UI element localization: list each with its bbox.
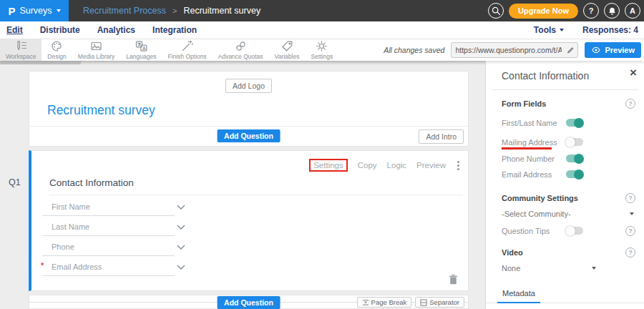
required-marker: * <box>41 261 44 270</box>
surveys-app-menu[interactable]: P Surveys <box>0 0 69 21</box>
toggle-row-phone-number: Phone Number <box>502 154 635 165</box>
chevron-down-icon[interactable] <box>177 245 185 250</box>
survey-title[interactable]: Recruitment survey <box>47 103 468 117</box>
annotation-red-underline <box>502 147 552 149</box>
toolbar-item-workspace[interactable]: Workspace <box>0 39 42 61</box>
top-bar: P Surveys Recruitment Process > Recruitm… <box>0 0 644 21</box>
question-preview-button[interactable]: Preview <box>416 161 446 170</box>
search-button[interactable] <box>488 3 504 19</box>
field-last-name[interactable]: Last Name <box>42 216 175 236</box>
chevron-down-icon <box>57 9 61 12</box>
preview-button[interactable]: Preview <box>585 42 641 58</box>
dropdown-caret-icon[interactable] <box>630 212 634 215</box>
community-select[interactable]: -Select Community- <box>502 210 571 218</box>
first-last-name-toggle[interactable] <box>566 119 583 127</box>
help-icon[interactable]: ? <box>625 193 635 203</box>
tools-label: Tools <box>534 25 556 35</box>
responses-count[interactable]: Responses: 4 <box>582 25 638 35</box>
topbar-actions: Upgrade Now ? A <box>488 3 644 19</box>
page-break-button[interactable]: Page Break <box>357 297 412 308</box>
bar-right-buttons: Page Break Separator <box>357 297 464 308</box>
toolbar-item-languages[interactable]: A Languages <box>120 39 162 61</box>
toggle-label: Phone Number <box>502 154 555 163</box>
question-tips-toggle[interactable] <box>566 227 583 235</box>
workspace-icon <box>15 40 27 52</box>
add-intro-button[interactable]: Add Intro <box>419 129 464 144</box>
toolbar-item-variables[interactable]: Variables <box>269 39 306 61</box>
add-question-button-bottom[interactable]: Add Question <box>217 296 280 309</box>
help-icon[interactable]: ? <box>625 247 635 258</box>
add-logo-row: Add Logo <box>29 72 468 93</box>
delete-question-button[interactable] <box>449 274 458 285</box>
panel-tab-bar: Metadata <box>486 285 644 303</box>
image-icon <box>90 40 102 52</box>
survey-nav: Edit Distribute Analytics Integration To… <box>0 21 644 39</box>
field-email-address[interactable]: * Email Address <box>42 256 175 276</box>
question-settings-button[interactable]: Settings <box>309 159 348 172</box>
video-heading: Video ? <box>502 248 635 258</box>
tools-menu[interactable]: Tools <box>534 25 564 35</box>
survey-url-input[interactable] <box>452 46 563 54</box>
question-tips-label: Question Tips <box>502 227 550 235</box>
email-address-toggle[interactable] <box>566 170 583 178</box>
gear-icon <box>316 40 328 52</box>
field-first-name[interactable]: First Name <box>42 196 175 216</box>
toggle-label: Email Address <box>502 170 552 179</box>
toggle-row-email-address: Email Address <box>502 170 635 180</box>
save-status: All changes saved <box>384 46 444 54</box>
questionpro-logo: P <box>8 6 15 16</box>
question-number: Q1 <box>9 177 21 187</box>
mailing-address-toggle[interactable] <box>566 138 583 146</box>
video-select[interactable]: None <box>502 264 520 273</box>
toolbar-item-design[interactable]: Design <box>42 39 72 61</box>
breadcrumb-folder[interactable]: Recruitment Process <box>83 6 166 16</box>
question-logic-button[interactable]: Logic <box>387 161 407 170</box>
panel-divider <box>492 89 638 90</box>
question-more-menu[interactable] <box>456 160 461 172</box>
app-menu-label: Surveys <box>19 6 52 16</box>
chevron-down-icon[interactable] <box>177 205 185 210</box>
horizontal-scrollbar-thumb[interactable] <box>0 61 81 64</box>
toolbar-item-settings[interactable]: Settings <box>305 39 338 61</box>
toolbar-item-finish-options[interactable]: Finish Options <box>162 39 212 61</box>
tab-edit[interactable]: Edit <box>6 25 23 35</box>
dropdown-caret-icon[interactable] <box>592 267 596 270</box>
add-logo-button[interactable]: Add Logo <box>225 79 272 93</box>
close-icon[interactable]: × <box>630 67 637 79</box>
chevron-down-icon[interactable] <box>177 225 185 230</box>
palette-icon <box>51 40 63 52</box>
tab-distribute[interactable]: Distribute <box>40 25 80 35</box>
upgrade-now-button[interactable]: Upgrade Now <box>509 4 578 19</box>
phone-number-toggle[interactable] <box>566 154 583 162</box>
separator-label: Separator <box>429 298 459 306</box>
contact-fields: First Name Last Name Phone * Email Addre… <box>42 195 468 276</box>
toolbar-right: All changes saved Preview <box>384 39 644 61</box>
field-phone[interactable]: Phone <box>42 236 175 256</box>
add-question-button-top[interactable]: Add Question <box>217 129 280 142</box>
toolbar-label: Finish Options <box>167 53 206 60</box>
breadcrumb: Recruitment Process > Recruitment survey <box>83 6 260 16</box>
tab-metadata[interactable]: Metadata <box>497 285 540 303</box>
help-icon[interactable]: ? <box>625 226 635 236</box>
separator-button[interactable]: Separator <box>415 297 464 308</box>
question-copy-button[interactable]: Copy <box>358 161 377 170</box>
survey-header-card: Add Logo Recruitment survey Add Question… <box>29 71 469 147</box>
edit-url-button[interactable] <box>563 46 577 54</box>
toolbar-item-media-library[interactable]: Media Library <box>72 39 121 61</box>
eye-icon <box>591 46 601 54</box>
toolbar-label: Languages <box>126 53 156 60</box>
toolbar-label: Workspace <box>6 53 36 60</box>
chain-icon <box>235 40 247 52</box>
tab-analytics[interactable]: Analytics <box>97 25 135 35</box>
avatar[interactable]: A <box>625 3 640 19</box>
notifications-button[interactable] <box>604 3 620 19</box>
question-actions: Settings Copy Logic Preview <box>309 159 461 172</box>
question-settings-panel: Contact Information × Form Fields ? Firs… <box>485 61 644 309</box>
help-button[interactable]: ? <box>583 3 599 19</box>
tab-integration[interactable]: Integration <box>152 25 197 35</box>
help-icon[interactable]: ? <box>625 99 635 109</box>
chevron-down-icon[interactable] <box>177 265 185 270</box>
toolbar-label: Media Library <box>78 53 115 60</box>
page-break-icon <box>362 299 369 306</box>
toolbar-item-advance-quotas[interactable]: Advance Quotas <box>213 39 269 61</box>
